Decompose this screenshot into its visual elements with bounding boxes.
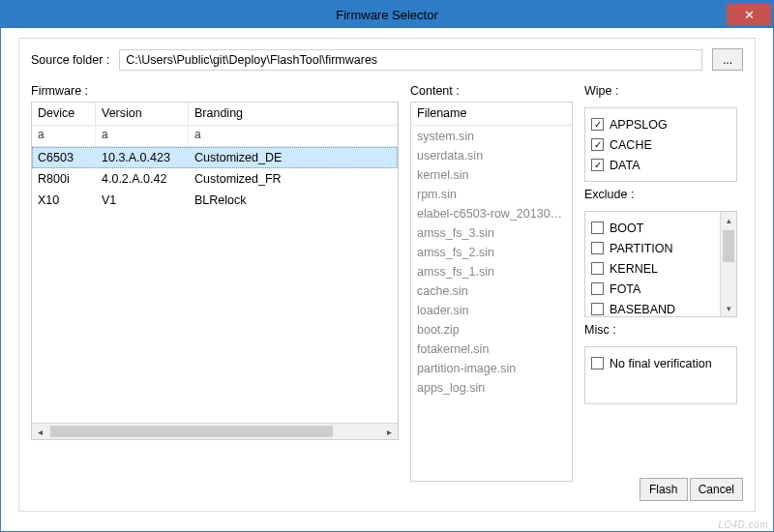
list-item[interactable]: cache.sin: [411, 282, 572, 302]
firmware-section-label: Firmware :: [31, 84, 399, 98]
checkbox[interactable]: [591, 159, 604, 171]
scroll-down-icon[interactable]: ▾: [721, 300, 736, 316]
cell-branding: BLRelock: [189, 192, 398, 209]
list-item[interactable]: amss_fs_1.sin: [411, 263, 572, 282]
checkbox-row[interactable]: PARTITION: [591, 238, 714, 258]
firmware-filter-row: a a a: [32, 126, 398, 147]
window-title: Firmware Selector: [336, 8, 437, 22]
cell-device: C6503: [32, 149, 96, 166]
cell-device: R800i: [32, 170, 96, 188]
content-list: Filename system.sinuserdata.sinkernel.si…: [410, 102, 573, 482]
exclude-box: BOOTPARTITIONKERNELFOTABASEBAND ▴ ▾: [584, 211, 737, 317]
checkbox-label: KERNEL: [610, 262, 658, 276]
source-row: Source folder : ...: [31, 48, 743, 71]
cell-version: 10.3.A.0.423: [96, 149, 189, 166]
table-row[interactable]: R800i4.0.2.A.0.42Customized_FR: [32, 168, 398, 190]
list-item[interactable]: loader.sin: [411, 302, 572, 321]
checkbox-row[interactable]: APPSLOG: [591, 114, 730, 134]
right-column: Wipe : APPSLOGCACHEDATA Exclude : BOOTPA…: [584, 84, 737, 482]
title-bar: Firmware Selector ✕: [1, 1, 773, 28]
table-row[interactable]: C650310.3.A.0.423Customized_DE: [32, 147, 398, 168]
scroll-up-icon[interactable]: ▴: [721, 212, 736, 228]
window-body: Source folder : ... Firmware : Device Ve…: [1, 28, 773, 521]
checkbox-label: FOTA: [610, 282, 640, 296]
checkbox[interactable]: [591, 262, 604, 275]
checkbox-label: No final verification: [610, 357, 712, 370]
content-section-label: Content :: [410, 84, 573, 98]
firmware-section: Firmware : Device Version Branding a a a: [31, 84, 399, 482]
source-label: Source folder :: [31, 53, 109, 67]
checkbox-row[interactable]: No final verification: [591, 353, 730, 373]
checkbox-row[interactable]: KERNEL: [591, 258, 714, 279]
scroll-left-icon[interactable]: ◂: [32, 424, 48, 440]
firmware-header-device[interactable]: Device: [32, 103, 96, 125]
checkbox[interactable]: [591, 242, 604, 254]
list-item[interactable]: userdata.sin: [411, 147, 572, 166]
flash-button[interactable]: Flash: [640, 478, 688, 501]
list-item[interactable]: system.sin: [411, 128, 572, 147]
cancel-button[interactable]: Cancel: [690, 478, 743, 501]
source-folder-input[interactable]: [119, 49, 702, 71]
vscroll-track[interactable]: [721, 228, 736, 300]
list-item[interactable]: boot.zip: [411, 321, 572, 340]
list-item[interactable]: amss_fs_2.sin: [411, 244, 572, 263]
checkbox-label: APPSLOG: [610, 118, 668, 132]
cell-version: V1: [96, 192, 189, 209]
list-item[interactable]: kernel.sin: [411, 166, 572, 186]
firmware-filter-version[interactable]: a: [96, 126, 189, 146]
cell-branding: Customized_FR: [189, 170, 398, 188]
list-item[interactable]: amss_fs_3.sin: [411, 224, 572, 244]
columns: Firmware : Device Version Branding a a a: [31, 84, 743, 482]
checkbox-row[interactable]: FOTA: [591, 279, 714, 299]
browse-button[interactable]: ...: [712, 48, 743, 71]
content-group: Source folder : ... Firmware : Device Ve…: [18, 38, 756, 512]
checkbox[interactable]: [591, 282, 604, 295]
scroll-right-icon[interactable]: ▸: [381, 424, 398, 440]
misc-box: No final verification: [584, 346, 737, 404]
list-item[interactable]: fotakernel.sin: [411, 340, 572, 360]
checkbox[interactable]: [591, 222, 604, 234]
checkbox[interactable]: [591, 303, 604, 315]
wipe-section-label: Wipe :: [584, 84, 737, 98]
checkbox-label: CACHE: [610, 138, 652, 152]
hscroll-track[interactable]: [48, 424, 381, 439]
table-row[interactable]: X10V1BLRelock: [32, 190, 398, 211]
list-item[interactable]: apps_log.sin: [411, 379, 572, 399]
wipe-box: APPSLOGCACHEDATA: [584, 107, 737, 182]
exclude-vscrollbar[interactable]: ▴ ▾: [720, 212, 736, 316]
checkbox-row[interactable]: CACHE: [591, 134, 730, 155]
content-header[interactable]: Filename: [411, 103, 572, 126]
checkbox-row[interactable]: BOOT: [591, 218, 714, 238]
firmware-filter-branding[interactable]: a: [189, 126, 398, 146]
checkbox-label: BOOT: [610, 222, 643, 235]
window-frame: Firmware Selector ✕ Source folder : ... …: [0, 0, 774, 532]
firmware-header-version[interactable]: Version: [96, 103, 189, 125]
list-item[interactable]: elabel-c6503-row_201303...: [411, 205, 572, 224]
cell-branding: Customized_DE: [189, 149, 398, 166]
firmware-header-branding[interactable]: Branding: [189, 103, 398, 125]
misc-section-label: Misc :: [584, 323, 737, 337]
checkbox[interactable]: [591, 138, 604, 151]
firmware-hscrollbar[interactable]: ◂ ▸: [32, 423, 398, 439]
checkbox[interactable]: [591, 357, 604, 369]
vscroll-thumb[interactable]: [723, 230, 734, 262]
footer-buttons: Flash Cancel: [640, 478, 743, 501]
checkbox-label: DATA: [610, 159, 640, 172]
firmware-rows-container: C650310.3.A.0.423Customized_DER800i4.0.2…: [32, 147, 398, 211]
firmware-filter-device[interactable]: a: [32, 126, 96, 146]
hscroll-thumb[interactable]: [50, 426, 333, 437]
close-icon: ✕: [744, 8, 755, 22]
cell-device: X10: [32, 192, 96, 209]
checkbox-label: PARTITION: [610, 242, 673, 255]
exclude-section-label: Exclude :: [584, 188, 737, 201]
checkbox-row[interactable]: BASEBAND: [591, 299, 714, 316]
list-item[interactable]: partition-image.sin: [411, 360, 572, 379]
cell-version: 4.0.2.A.0.42: [96, 170, 189, 188]
close-button[interactable]: ✕: [727, 4, 771, 25]
firmware-header-row: Device Version Branding: [32, 103, 398, 126]
list-item[interactable]: rpm.sin: [411, 186, 572, 205]
checkbox-row[interactable]: DATA: [591, 155, 730, 175]
checkbox[interactable]: [591, 118, 604, 131]
firmware-table: Device Version Branding a a a C650310.3.…: [31, 102, 399, 440]
browse-ellipsis-icon: ...: [723, 53, 732, 67]
